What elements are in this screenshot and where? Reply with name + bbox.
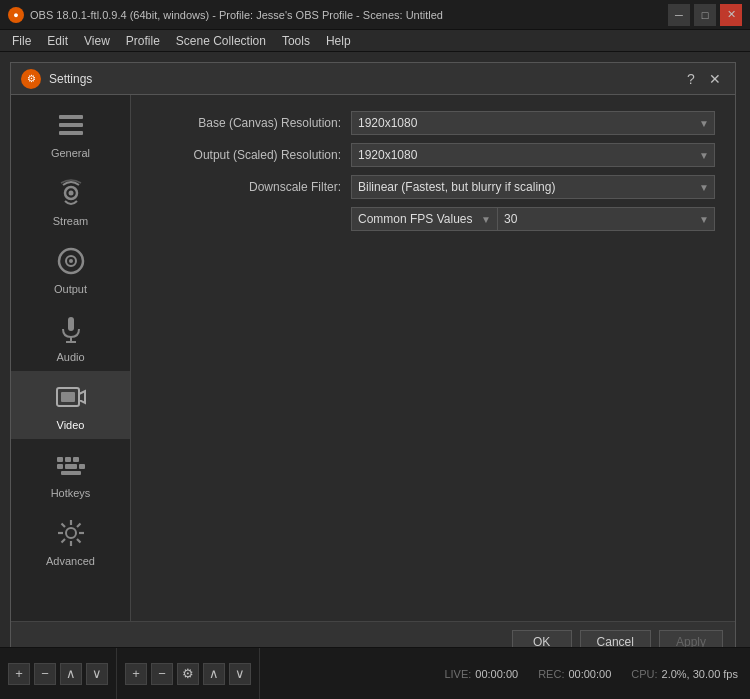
fps-value-wrapper: 30 60 24 25 ▼ — [497, 207, 715, 231]
fps-type-select[interactable]: Common FPS Values Integer FPS Value Frac… — [351, 207, 497, 231]
sidebar-item-output-label: Output — [54, 283, 87, 295]
stream-icon — [53, 175, 89, 211]
output-resolution-wrapper: 1920x1080 ▼ — [351, 143, 715, 167]
live-status: LIVE: 00:00:00 — [444, 668, 518, 680]
scenes-down-button[interactable]: ∨ — [86, 663, 108, 685]
sidebar-item-hotkeys-label: Hotkeys — [51, 487, 91, 499]
svg-rect-8 — [68, 317, 74, 331]
menu-view[interactable]: View — [76, 32, 118, 50]
scenes-add-button[interactable]: + — [8, 663, 30, 685]
sidebar-item-advanced-label: Advanced — [46, 555, 95, 567]
audio-icon — [53, 311, 89, 347]
menu-tools[interactable]: Tools — [274, 32, 318, 50]
sidebar-item-stream[interactable]: Stream — [11, 167, 130, 235]
window-title: OBS 18.0.1-ftl.0.9.4 (64bit, windows) - … — [30, 9, 668, 21]
svg-point-4 — [68, 191, 73, 196]
fps-row: Common FPS Values Integer FPS Value Frac… — [151, 207, 715, 231]
scenes-controls: + − ∧ ∨ — [0, 648, 117, 699]
downscale-filter-control: Bilinear (Fastest, but blurry if scaling… — [351, 175, 715, 199]
sources-remove-button[interactable]: − — [151, 663, 173, 685]
svg-rect-17 — [57, 464, 63, 469]
hotkeys-icon — [53, 447, 89, 483]
cpu-label: CPU: — [631, 668, 657, 680]
sources-down-button[interactable]: ∨ — [229, 663, 251, 685]
general-icon — [53, 107, 89, 143]
main-area: ⚙ Settings ? ✕ Genera — [0, 52, 750, 669]
menu-edit[interactable]: Edit — [39, 32, 76, 50]
status-bar: LIVE: 00:00:00 REC: 00:00:00 CPU: 2.0%, … — [260, 648, 750, 699]
settings-titlebar: ⚙ Settings ? ✕ — [11, 63, 735, 95]
output-resolution-row: Output (Scaled) Resolution: 1920x1080 ▼ — [151, 143, 715, 167]
svg-rect-16 — [73, 457, 79, 462]
maximize-button[interactable]: □ — [694, 4, 716, 26]
sidebar-item-advanced[interactable]: Advanced — [11, 507, 130, 575]
menu-scene-collection[interactable]: Scene Collection — [168, 32, 274, 50]
live-value: 00:00:00 — [475, 668, 518, 680]
svg-rect-0 — [59, 115, 83, 119]
svg-rect-13 — [61, 392, 75, 402]
sources-controls: + − ⚙ ∧ ∨ — [117, 648, 260, 699]
sidebar-item-general[interactable]: General — [11, 99, 130, 167]
sidebar-item-audio[interactable]: Audio — [11, 303, 130, 371]
downscale-filter-wrapper: Bilinear (Fastest, but blurry if scaling… — [351, 175, 715, 199]
titlebar: ● OBS 18.0.1-ftl.0.9.4 (64bit, windows) … — [0, 0, 750, 30]
fps-type-wrapper: Common FPS Values Integer FPS Value Frac… — [351, 207, 497, 231]
fps-value-select[interactable]: 30 60 24 25 — [497, 207, 715, 231]
base-resolution-label: Base (Canvas) Resolution: — [151, 116, 351, 130]
svg-point-21 — [66, 528, 76, 538]
svg-rect-20 — [61, 471, 81, 475]
rec-status: REC: 00:00:00 — [538, 668, 611, 680]
settings-close-button[interactable]: ✕ — [705, 69, 725, 89]
cpu-status: CPU: 2.0%, 30.00 fps — [631, 668, 738, 680]
svg-line-28 — [77, 524, 81, 528]
scenes-up-button[interactable]: ∧ — [60, 663, 82, 685]
menu-profile[interactable]: Profile — [118, 32, 168, 50]
base-resolution-row: Base (Canvas) Resolution: ▼ — [151, 111, 715, 135]
downscale-filter-select[interactable]: Bilinear (Fastest, but blurry if scaling… — [351, 175, 715, 199]
svg-line-27 — [77, 539, 81, 543]
app-icon: ● — [8, 7, 24, 23]
cpu-value: 2.0%, 30.00 fps — [662, 668, 738, 680]
sidebar-item-audio-label: Audio — [56, 351, 84, 363]
close-button[interactable]: ✕ — [720, 4, 742, 26]
sidebar-item-video-label: Video — [57, 419, 85, 431]
base-resolution-control: ▼ — [351, 111, 715, 135]
svg-rect-2 — [59, 131, 83, 135]
menu-file[interactable]: File — [4, 32, 39, 50]
settings-help-button[interactable]: ? — [681, 69, 701, 89]
live-label: LIVE: — [444, 668, 471, 680]
svg-line-29 — [61, 539, 65, 543]
svg-marker-12 — [79, 391, 85, 403]
svg-rect-19 — [79, 464, 85, 469]
settings-title-actions: ? ✕ — [681, 69, 725, 89]
minimize-button[interactable]: ─ — [668, 4, 690, 26]
svg-point-7 — [69, 259, 73, 263]
titlebar-controls: ─ □ ✕ — [668, 4, 742, 26]
downscale-filter-label: Downscale Filter: — [151, 180, 351, 194]
base-resolution-wrapper: ▼ — [351, 111, 715, 135]
settings-body: General Stream — [11, 95, 735, 621]
video-icon — [53, 379, 89, 415]
output-resolution-control: 1920x1080 ▼ — [351, 143, 715, 167]
fps-control: Common FPS Values Integer FPS Value Frac… — [351, 207, 715, 231]
sidebar-item-output[interactable]: Output — [11, 235, 130, 303]
advanced-icon — [53, 515, 89, 551]
settings-dialog-title: Settings — [49, 72, 681, 86]
sources-settings-button[interactable]: ⚙ — [177, 663, 199, 685]
sources-up-button[interactable]: ∧ — [203, 663, 225, 685]
sidebar-item-video[interactable]: Video — [11, 371, 130, 439]
output-resolution-select[interactable]: 1920x1080 — [351, 143, 715, 167]
rec-value: 00:00:00 — [568, 668, 611, 680]
sidebar-item-hotkeys[interactable]: Hotkeys — [11, 439, 130, 507]
video-settings-content: Base (Canvas) Resolution: ▼ Output (Scal… — [131, 95, 735, 621]
menu-help[interactable]: Help — [318, 32, 359, 50]
svg-rect-1 — [59, 123, 83, 127]
settings-dialog-icon: ⚙ — [21, 69, 41, 89]
sources-add-button[interactable]: + — [125, 663, 147, 685]
output-resolution-label: Output (Scaled) Resolution: — [151, 148, 351, 162]
base-resolution-input[interactable] — [351, 111, 715, 135]
scenes-remove-button[interactable]: − — [34, 663, 56, 685]
settings-dialog: ⚙ Settings ? ✕ Genera — [10, 62, 736, 662]
sidebar-item-stream-label: Stream — [53, 215, 88, 227]
downscale-filter-row: Downscale Filter: Bilinear (Fastest, but… — [151, 175, 715, 199]
